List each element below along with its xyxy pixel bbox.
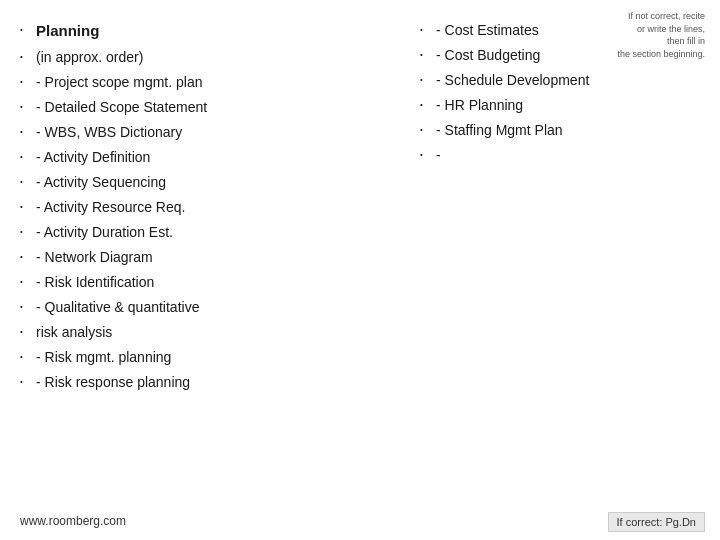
list-text: - Schedule Development — [436, 70, 700, 91]
list-item: • - Staffing Mgmt Plan — [420, 120, 700, 141]
list-text: - Detailed Scope Statement — [36, 97, 380, 118]
planning-title: Planning — [36, 20, 380, 43]
list-item: • - Risk mgmt. planning — [20, 347, 380, 368]
page-label: If correct: Pg.Dn — [608, 512, 705, 532]
list-text: - Qualitative & quantitative — [36, 297, 380, 318]
bullet-dot: • — [20, 51, 36, 63]
list-text: - — [436, 145, 700, 166]
list-text: - Risk Identification — [36, 272, 380, 293]
bullet-dot: • — [420, 24, 436, 36]
bullet-dot: • — [20, 376, 36, 388]
bullet-dot: • — [20, 226, 36, 238]
left-column: • Planning • (in approx. order) • - Proj… — [20, 20, 400, 530]
website-footer: www.roomberg.com — [20, 514, 126, 528]
bullet-dot: • — [20, 24, 36, 36]
list-text: - Activity Definition — [36, 147, 380, 168]
list-text: - HR Planning — [436, 95, 700, 116]
bullet-dot: • — [20, 351, 36, 363]
list-text: (in approx. order) — [36, 47, 380, 68]
list-item: • Planning — [20, 20, 380, 43]
bullet-dot: • — [20, 176, 36, 188]
list-text: - Activity Sequencing — [36, 172, 380, 193]
bullet-dot: • — [20, 251, 36, 263]
list-text: - Activity Duration Est. — [36, 222, 380, 243]
list-item: • - HR Planning — [420, 95, 700, 116]
list-text: risk analysis — [36, 322, 380, 343]
bullet-dot: • — [420, 74, 436, 86]
list-item: • - Schedule Development — [420, 70, 700, 91]
bullet-dot: • — [420, 99, 436, 111]
list-item: • - Activity Duration Est. — [20, 222, 380, 243]
list-item: • - — [420, 145, 700, 166]
list-text: - Activity Resource Req. — [36, 197, 380, 218]
list-text: - Risk mgmt. planning — [36, 347, 380, 368]
list-item: • - Detailed Scope Statement — [20, 97, 380, 118]
list-item: • - Activity Sequencing — [20, 172, 380, 193]
list-item: • - WBS, WBS Dictionary — [20, 122, 380, 143]
top-right-note: If not correct, recite or write the line… — [617, 10, 705, 60]
bullet-dot: • — [20, 301, 36, 313]
list-text: - Network Diagram — [36, 247, 380, 268]
bullet-dot: • — [20, 201, 36, 213]
list-item: • - Qualitative & quantitative — [20, 297, 380, 318]
bullet-dot: • — [20, 126, 36, 138]
list-item: • risk analysis — [20, 322, 380, 343]
list-text: - WBS, WBS Dictionary — [36, 122, 380, 143]
bullet-dot: • — [20, 101, 36, 113]
bullet-dot: • — [20, 276, 36, 288]
bullet-dot: • — [420, 149, 436, 161]
list-item: • - Project scope mgmt. plan — [20, 72, 380, 93]
left-bullet-list: • Planning • (in approx. order) • - Proj… — [20, 20, 380, 393]
bullet-dot: • — [420, 124, 436, 136]
list-text: - Risk response planning — [36, 372, 380, 393]
main-content: • Planning • (in approx. order) • - Proj… — [0, 0, 720, 540]
bullet-dot: • — [20, 326, 36, 338]
list-item: • - Activity Resource Req. — [20, 197, 380, 218]
list-item: • (in approx. order) — [20, 47, 380, 68]
list-item: • - Network Diagram — [20, 247, 380, 268]
list-item: • - Activity Definition — [20, 147, 380, 168]
bullet-dot: • — [420, 49, 436, 61]
list-item: • - Risk response planning — [20, 372, 380, 393]
right-column: • - Cost Estimates • - Cost Budgeting • … — [400, 20, 700, 530]
bullet-dot: • — [20, 151, 36, 163]
list-item: • - Risk Identification — [20, 272, 380, 293]
list-text: - Staffing Mgmt Plan — [436, 120, 700, 141]
list-text: - Project scope mgmt. plan — [36, 72, 380, 93]
bullet-dot: • — [20, 76, 36, 88]
